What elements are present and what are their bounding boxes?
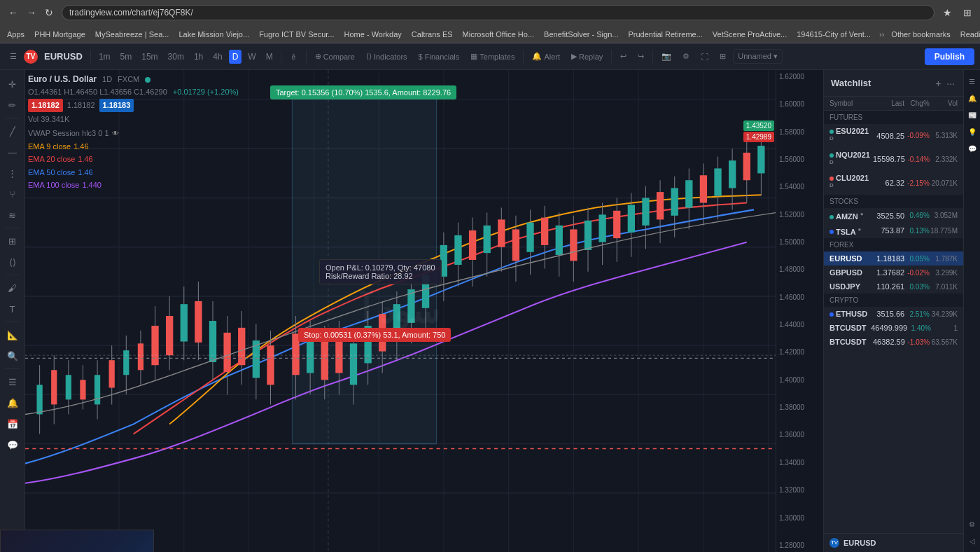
bookmark-reading[interactable]: Reading list <box>958 30 980 39</box>
chart-layout-btn[interactable]: ⊞ <box>715 50 730 63</box>
price-level-11: 1.42000 <box>779 348 820 356</box>
undo-btn[interactable]: ↩ <box>616 50 631 63</box>
zoom-tool[interactable]: 🔍 <box>3 346 22 366</box>
cursor-tool[interactable]: ✛ <box>3 74 22 94</box>
bookmark-vetscene[interactable]: VetScene ProActive... <box>710 30 790 39</box>
text-tool[interactable]: T <box>3 299 22 319</box>
pitchfork-tool[interactable]: ⑂ <box>3 184 22 204</box>
tf-W[interactable]: W <box>244 50 259 64</box>
svg-rect-28 <box>80 380 85 399</box>
chat-icon-btn[interactable]: 💬 <box>3 435 22 455</box>
far-right-settings[interactable]: ⚙ <box>965 517 979 531</box>
wl-row-ethusd[interactable]: ETHUSD 3515.66 2.51% 34.239K <box>824 307 963 321</box>
indicators-btn[interactable]: ⟨⟩ Indicators <box>362 50 412 63</box>
watchlist-more-btn[interactable]: ··· <box>945 76 956 90</box>
far-right-chat[interactable]: 💬 <box>965 142 979 156</box>
more-bookmarks[interactable]: ›› <box>879 30 884 39</box>
sep1 <box>90 50 91 64</box>
settings-btn[interactable]: ⚙ <box>678 50 694 63</box>
far-right-watchlist[interactable]: ☰ <box>965 74 979 88</box>
stop-tooltip: Stop: 0.00531 (0.37%) 53.1, Amount: 750 <box>298 328 451 342</box>
draw-tool[interactable]: ✏ <box>3 95 22 115</box>
back-button[interactable]: ← <box>6 6 21 20</box>
wl-row-btcusdt-2[interactable]: BTCUSDT 46382.59 -1.03% 63.567K <box>824 335 963 349</box>
tf-1h[interactable]: 1h <box>190 50 206 64</box>
fibonacci-tool[interactable]: ≋ <box>3 205 22 225</box>
extensions-button[interactable]: ⊞ <box>960 6 974 20</box>
bookmark-msoffice[interactable]: Microsoft Office Ho... <box>460 30 538 39</box>
hamburger-menu[interactable]: ☰ <box>6 50 21 63</box>
chart-canvas-area[interactable]: Euro / U.S. Dollar 1D FXCM O1.44361 H1.4… <box>25 70 776 552</box>
far-right-news[interactable]: 📰 <box>965 108 979 122</box>
gannbox-tool[interactable]: ⊞ <box>3 231 22 251</box>
far-right-alerts[interactable]: 🔔 <box>965 91 979 105</box>
url-bar[interactable]: tradingview.com/chart/ej76QF8K/ <box>62 5 934 20</box>
brush-tool[interactable]: 🖌 <box>3 278 22 298</box>
calendar-icon-btn[interactable]: 📅 <box>3 414 22 434</box>
tf-1m[interactable]: 1m <box>95 50 114 64</box>
right-panel: Watchlist + ··· Symbol Last Chg% Vol FUT… <box>823 70 963 552</box>
far-right-hide[interactable]: ◁ <box>965 534 979 548</box>
wl-section-stocks: STOCKS <box>824 195 963 208</box>
wl-row-usdjpy[interactable]: USDJPY 110.261 0.03% 7.011K <box>824 280 963 294</box>
financials-btn[interactable]: $ Financials <box>414 50 464 63</box>
svg-rect-100 <box>613 211 620 238</box>
sep4 <box>523 50 524 64</box>
measure-tool[interactable]: 📐 <box>3 325 22 345</box>
tf-15m[interactable]: 15m <box>138 50 161 64</box>
price-level-15: 1.34000 <box>779 459 820 467</box>
tf-30m[interactable]: 30m <box>164 50 188 64</box>
horizontalline-tool[interactable]: — <box>3 142 22 162</box>
svg-rect-32 <box>109 360 115 387</box>
star-button[interactable]: ★ <box>940 6 955 20</box>
bookmark-194615[interactable]: 194615-City of Vent... <box>794 30 874 39</box>
wl-row-gbpusd[interactable]: GBPUSD 1.37682 -0.02% 3.299K <box>824 265 963 280</box>
forward-button[interactable]: → <box>24 6 39 20</box>
fullscreen-btn[interactable]: ⛶ <box>696 50 713 63</box>
chart-type-btn[interactable]: 🕯 <box>286 50 302 63</box>
unnamed-btn[interactable]: Unnamed ▾ <box>733 49 783 64</box>
publish-btn[interactable]: Publish <box>925 48 974 65</box>
bookmark-phh[interactable]: PHH Mortgage <box>31 30 88 39</box>
tf-4h[interactable]: 4h <box>209 50 225 64</box>
watchlist-add-btn[interactable]: + <box>934 76 942 90</box>
alert-icon-btn[interactable]: 🔔 <box>3 393 22 413</box>
wl-row-btcusdt-1[interactable]: BTCUSDT 46499.999 1.40% 1 <box>824 321 963 335</box>
nav-buttons[interactable]: ← → ↻ <box>6 6 56 20</box>
screenshot-btn[interactable]: 📷 <box>657 50 676 63</box>
templates-btn[interactable]: ▦ Templates <box>466 50 519 63</box>
bookmark-seabreeze[interactable]: MySeabreeze | Sea... <box>92 30 172 39</box>
bookmark-prudential[interactable]: Prudential Retireme... <box>625 30 705 39</box>
wl-row-amzn[interactable]: AMZN ● 3525.50 0.46% 3.052M <box>824 208 963 223</box>
wl-row-clu2021[interactable]: CLU2021 D 62.32 -2.15% 20.071K <box>824 171 963 195</box>
bookmark-fugro[interactable]: Fugro ICT BV Secur... <box>256 30 337 39</box>
compare-btn[interactable]: ⊕ Compare <box>311 50 359 63</box>
symbol-btn[interactable]: EURUSD <box>41 49 86 64</box>
tf-M[interactable]: M <box>262 50 276 64</box>
tf-D[interactable]: D <box>229 50 242 64</box>
sep6 <box>652 50 653 64</box>
wl-row-eurusd[interactable]: EURUSD 1.18183 0.05% 1.787K <box>824 251 963 265</box>
wl-row-esu2021[interactable]: ESU2021 D 4508.25 -0.09% 5.313K <box>824 124 963 148</box>
target-tooltip: Target: 0.15356 (10.70%) 1535.6, Amount:… <box>270 85 456 99</box>
bookmark-lake[interactable]: Lake Mission Viejo... <box>176 30 252 39</box>
bookmark-caltrans[interactable]: Caltrans ES <box>409 30 456 39</box>
trendline-tool[interactable]: ╱ <box>3 121 22 141</box>
replay-btn[interactable]: ▶ Replay <box>567 50 607 63</box>
browser-bar: ← → ↻ tradingview.com/chart/ej76QF8K/ ★ … <box>0 0 980 25</box>
bookmark-other[interactable]: Other bookmarks <box>888 30 953 39</box>
price-level-7: 1.50000 <box>779 238 820 246</box>
wl-row-tsla[interactable]: TSLA ● 753.87 0.13% 18.775M <box>824 223 963 239</box>
refresh-button[interactable]: ↻ <box>42 6 56 20</box>
bookmark-benefit[interactable]: BenefitSolver - Sign... <box>541 30 621 39</box>
far-right-ideas[interactable]: 💡 <box>965 125 979 139</box>
alert-btn[interactable]: 🔔 Alert <box>528 50 564 63</box>
watchlist-icon-btn[interactable]: ☰ <box>3 372 22 392</box>
redo-btn[interactable]: ↪ <box>634 50 648 63</box>
channel-tool[interactable]: ⋮ <box>3 163 22 183</box>
bookmark-workday[interactable]: Home - Workday <box>342 30 405 39</box>
wl-row-nqu2021[interactable]: NQU2021 D 15598.75 -0.14% 2.332K <box>824 148 963 172</box>
bookmark-apps[interactable]: Apps <box>4 30 27 39</box>
pattern-tool[interactable]: ⟨⟩ <box>3 252 22 272</box>
tf-5m[interactable]: 5m <box>117 50 136 64</box>
